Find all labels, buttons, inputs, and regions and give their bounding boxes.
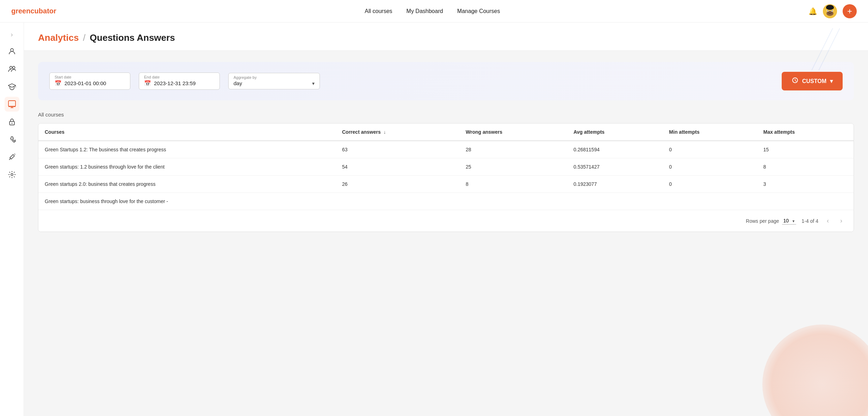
sidebar: › (0, 23, 24, 416)
table-row: Green startups: business through love fo… (38, 193, 854, 210)
courses-table: Courses Correct answers ↓ Wrong answers … (38, 123, 854, 232)
col-courses: Courses (38, 124, 336, 141)
nav-all-courses[interactable]: All courses (365, 8, 392, 14)
aggregate-label: Aggregate by (234, 75, 315, 80)
sort-arrow-icon: ↓ (384, 129, 386, 135)
table-body: Green Startups 1.2: The business that cr… (38, 141, 854, 210)
rows-per-page-select[interactable]: 10 25 50 (782, 217, 796, 225)
sidebar-icon-user[interactable] (5, 44, 19, 59)
page-info: 1-4 of 4 (802, 218, 818, 224)
table-cell-2-0: Green startups 2.0: business that create… (38, 176, 336, 193)
start-date-field[interactable]: Start date 📅 2023-01-01 00:00 (49, 73, 130, 90)
col-avg-attempts: Avg attempts (567, 124, 663, 141)
start-date-value: 2023-01-01 00:00 (64, 80, 106, 86)
svg-point-19 (11, 123, 12, 124)
svg-point-8 (826, 5, 834, 10)
nav-right: 🔔 + (808, 4, 857, 18)
svg-point-22 (11, 174, 13, 176)
aggregate-chevron-icon: ▾ (312, 81, 315, 86)
col-wrong-answers: Wrong answers (459, 124, 567, 141)
col-max-attempts: Max attempts (757, 124, 854, 141)
prev-page-button[interactable]: ‹ (824, 216, 832, 226)
end-date-value-row: 📅 2023-12-31 23:59 (144, 80, 215, 87)
table-cell-1-0: Green startups: 1.2 business through lov… (38, 158, 336, 176)
table-cell-2-1: 26 (336, 176, 459, 193)
table-section: All courses Courses Correct answers ↓ Wr… (38, 112, 854, 232)
svg-line-21 (14, 154, 15, 155)
table-cell-1-5: 8 (757, 158, 854, 176)
svg-rect-14 (8, 101, 16, 106)
custom-button-icon (792, 77, 799, 86)
filters-row: Start date 📅 2023-01-01 00:00 End date 📅… (38, 62, 854, 100)
table-row: Green startups: 1.2 business through lov… (38, 158, 854, 176)
end-date-value: 2023-12-31 23:59 (154, 80, 196, 86)
sidebar-icon-analytics[interactable] (5, 97, 19, 112)
table-cell-3-2 (459, 193, 567, 210)
nav-my-dashboard[interactable]: My Dashboard (407, 8, 443, 14)
table-cell-3-3 (567, 193, 663, 210)
breadcrumb-separator: / (83, 32, 86, 43)
svg-marker-12 (8, 84, 16, 87)
svg-point-10 (10, 67, 12, 69)
table-row: Green startups 2.0: business that create… (38, 176, 854, 193)
sidebar-icon-lock[interactable] (5, 114, 19, 129)
table-cell-2-3: 0.1923077 (567, 176, 663, 193)
data-table: Courses Correct answers ↓ Wrong answers … (38, 124, 854, 210)
custom-button-label: CUSTOM (802, 78, 826, 84)
rows-per-page: Rows per page 10 25 50 (746, 217, 796, 225)
svg-point-11 (12, 67, 15, 69)
end-date-label: End date (144, 75, 215, 79)
custom-button[interactable]: CUSTOM ▾ (782, 72, 843, 90)
avatar[interactable] (823, 4, 837, 18)
breadcrumb: Analytics / Questions Answers (38, 32, 854, 43)
table-cell-0-4: 0 (663, 141, 757, 158)
next-page-button[interactable]: › (837, 216, 845, 226)
logo: greencubator (11, 7, 56, 15)
top-navigation: greencubator All courses My Dashboard Ma… (0, 0, 868, 23)
table-row: Green Startups 1.2: The business that cr… (38, 141, 854, 158)
table-cell-0-2: 28 (459, 141, 567, 158)
start-date-label: Start date (55, 75, 125, 79)
custom-button-chevron-icon: ▾ (830, 78, 833, 84)
table-cell-1-2: 25 (459, 158, 567, 176)
all-courses-label: All courses (38, 112, 854, 118)
table-cell-1-4: 0 (663, 158, 757, 176)
svg-point-9 (11, 49, 13, 51)
table-cell-3-1 (336, 193, 459, 210)
table-cell-0-3: 0.26811594 (567, 141, 663, 158)
table-cell-0-5: 15 (757, 141, 854, 158)
calendar-icon-start: 📅 (55, 80, 62, 87)
aggregate-value-row: day ▾ (234, 80, 315, 86)
start-date-value-row: 📅 2023-01-01 00:00 (55, 80, 125, 87)
sidebar-toggle[interactable]: › (8, 28, 16, 41)
aggregate-value: day (234, 80, 242, 86)
table-cell-0-1: 63 (336, 141, 459, 158)
end-date-field[interactable]: End date 📅 2023-12-31 23:59 (139, 73, 220, 90)
calendar-icon-end: 📅 (144, 80, 151, 87)
main-content: Analytics / Questions Answers Start date… (24, 23, 868, 416)
aggregate-field[interactable]: Aggregate by day ▾ (228, 73, 320, 89)
col-correct-answers[interactable]: Correct answers ↓ (336, 124, 459, 141)
notification-bell-icon[interactable]: 🔔 (808, 7, 817, 15)
content-area: Start date 📅 2023-01-01 00:00 End date 📅… (24, 51, 868, 243)
sidebar-icon-puzzle[interactable] (5, 132, 19, 147)
col-min-attempts: Min attempts (663, 124, 757, 141)
add-button[interactable]: + (843, 4, 857, 18)
sidebar-icon-tools[interactable] (5, 150, 19, 164)
table-cell-3-5 (757, 193, 854, 210)
table-header: Courses Correct answers ↓ Wrong answers … (38, 124, 854, 141)
table-cell-1-1: 54 (336, 158, 459, 176)
sidebar-icon-team[interactable] (5, 62, 19, 76)
nav-manage-courses[interactable]: Manage Courses (457, 8, 500, 14)
table-cell-2-2: 8 (459, 176, 567, 193)
pagination-row: Rows per page 10 25 50 1-4 of 4 ‹ › (38, 210, 854, 232)
table-cell-0-0: Green Startups 1.2: The business that cr… (38, 141, 336, 158)
rows-per-page-select-wrap[interactable]: 10 25 50 (782, 217, 796, 225)
table-cell-2-4: 0 (663, 176, 757, 193)
sidebar-icon-settings[interactable] (5, 167, 19, 182)
table-cell-1-3: 0.53571427 (567, 158, 663, 176)
table-cell-3-4 (663, 193, 757, 210)
breadcrumb-analytics[interactable]: Analytics (38, 32, 79, 43)
svg-line-20 (9, 158, 11, 160)
sidebar-icon-graduation[interactable] (5, 79, 19, 94)
